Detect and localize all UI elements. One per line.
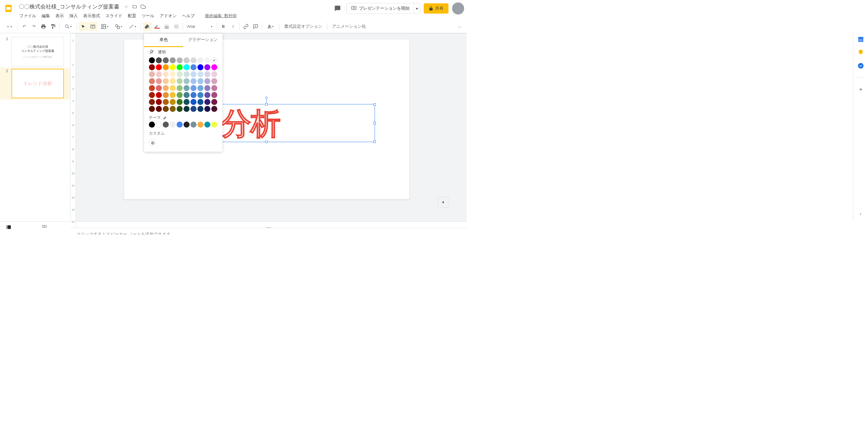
menu-format[interactable]: 表示形式 [81, 12, 102, 20]
color-swatch[interactable] [211, 92, 217, 98]
color-swatch[interactable] [197, 78, 204, 84]
insert-comment-button[interactable] [251, 22, 260, 31]
color-swatch[interactable] [184, 57, 190, 63]
color-swatch[interactable] [204, 85, 210, 91]
color-swatch[interactable] [177, 85, 183, 91]
collapse-toolbar-button[interactable]: ︿ [455, 22, 464, 31]
color-swatch[interactable] [170, 85, 176, 91]
color-swatch[interactable] [163, 71, 169, 77]
color-swatch[interactable] [177, 92, 183, 98]
resize-handle[interactable] [373, 103, 376, 106]
input-tool-button[interactable]: あ▾ [264, 22, 277, 31]
color-swatch[interactable] [204, 57, 210, 63]
color-swatch[interactable] [197, 85, 204, 91]
color-swatch[interactable] [149, 64, 155, 70]
color-swatch[interactable] [170, 57, 176, 63]
menu-insert[interactable]: 挿入 [67, 12, 80, 20]
color-swatch[interactable] [177, 106, 183, 112]
color-swatch[interactable] [163, 57, 169, 63]
color-swatch[interactable] [170, 64, 176, 70]
present-dropdown[interactable]: ▾ [414, 4, 420, 13]
border-dash-button[interactable] [172, 22, 181, 31]
share-button[interactable]: 共有 [424, 3, 448, 13]
color-swatch[interactable] [184, 106, 190, 112]
color-swatch[interactable] [184, 64, 190, 70]
theme-swatch[interactable] [204, 122, 210, 127]
star-icon[interactable]: ☆ [124, 4, 129, 9]
color-swatch[interactable] [184, 85, 190, 91]
color-swatch[interactable] [163, 64, 169, 70]
border-weight-button[interactable] [162, 22, 171, 31]
color-swatch[interactable] [170, 106, 176, 112]
menu-arrange[interactable]: 配置 [125, 12, 138, 20]
color-swatch[interactable] [204, 78, 210, 84]
cloud-status-icon[interactable] [141, 4, 146, 9]
color-swatch[interactable] [177, 71, 183, 77]
tab-solid-color[interactable]: 単色 [144, 33, 183, 47]
transparent-option[interactable]: 透明 [144, 47, 222, 57]
menu-help[interactable]: ヘルプ [180, 12, 197, 20]
comments-button[interactable] [332, 3, 343, 14]
menu-view[interactable]: 表示 [53, 12, 66, 20]
undo-button[interactable]: ↶ [20, 22, 29, 31]
color-swatch[interactable] [163, 99, 169, 105]
new-slide-button[interactable]: ＋▾ [2, 22, 16, 31]
insert-link-button[interactable] [241, 22, 250, 31]
tab-gradient[interactable]: グラデーション [183, 33, 222, 47]
color-swatch[interactable] [170, 92, 176, 98]
color-swatch[interactable] [149, 78, 155, 84]
menu-file[interactable]: ファイル [17, 12, 38, 20]
color-swatch[interactable] [170, 99, 176, 105]
account-avatar[interactable] [452, 2, 464, 14]
select-tool[interactable] [79, 22, 88, 31]
color-swatch[interactable] [204, 64, 210, 70]
color-swatch[interactable] [149, 99, 155, 105]
slide-thumbnail-2[interactable]: 2 トレンド分析 [0, 67, 70, 99]
color-swatch[interactable] [204, 106, 210, 112]
notes-resize-handle[interactable] [265, 227, 272, 229]
slides-logo[interactable] [2, 2, 14, 14]
color-swatch[interactable] [204, 99, 210, 105]
color-swatch[interactable] [163, 78, 169, 84]
theme-swatch[interactable] [149, 122, 155, 127]
add-custom-color-button[interactable]: ⊕ [149, 139, 156, 146]
last-edit-link[interactable]: 最終編集: 数秒前 [205, 13, 237, 19]
color-swatch[interactable] [149, 71, 155, 77]
color-swatch[interactable] [190, 106, 196, 112]
print-button[interactable] [39, 22, 48, 31]
color-swatch[interactable] [197, 99, 204, 105]
resize-handle[interactable] [265, 141, 268, 143]
color-swatch[interactable] [170, 78, 176, 84]
theme-swatch[interactable] [197, 122, 204, 127]
font-selector[interactable]: Arial▾ [185, 22, 215, 31]
color-swatch[interactable] [156, 99, 162, 105]
color-swatch[interactable] [184, 99, 190, 105]
resize-handle[interactable] [373, 122, 376, 124]
theme-swatch[interactable] [156, 122, 162, 127]
color-swatch[interactable] [177, 99, 183, 105]
color-swatch[interactable] [184, 78, 190, 84]
move-folder-icon[interactable] [132, 4, 137, 9]
color-swatch[interactable] [156, 64, 162, 70]
bold-button[interactable]: B [219, 22, 228, 31]
color-swatch[interactable] [184, 92, 190, 98]
color-swatch[interactable] [190, 78, 196, 84]
animation-button[interactable]: アニメーション化 [329, 22, 369, 31]
color-swatch[interactable] [211, 71, 217, 77]
color-swatch[interactable] [156, 92, 162, 98]
menu-edit[interactable]: 編集 [39, 12, 53, 20]
color-swatch[interactable] [156, 78, 162, 84]
resize-handle[interactable] [373, 141, 376, 143]
color-swatch[interactable] [184, 71, 190, 77]
color-swatch[interactable] [211, 57, 217, 63]
shape-tool[interactable]: ▾ [112, 22, 125, 31]
menu-addons[interactable]: アドオン [157, 12, 179, 20]
fill-color-button[interactable] [143, 22, 152, 31]
color-swatch[interactable] [197, 57, 204, 63]
color-swatch[interactable] [211, 85, 217, 91]
theme-swatch[interactable] [184, 122, 190, 127]
document-title[interactable]: 〇〇株式会社様_コンサルティング提案書 [17, 2, 121, 11]
color-swatch[interactable] [177, 78, 183, 84]
menu-slide[interactable]: スライド [103, 12, 125, 20]
color-swatch[interactable] [190, 57, 196, 63]
